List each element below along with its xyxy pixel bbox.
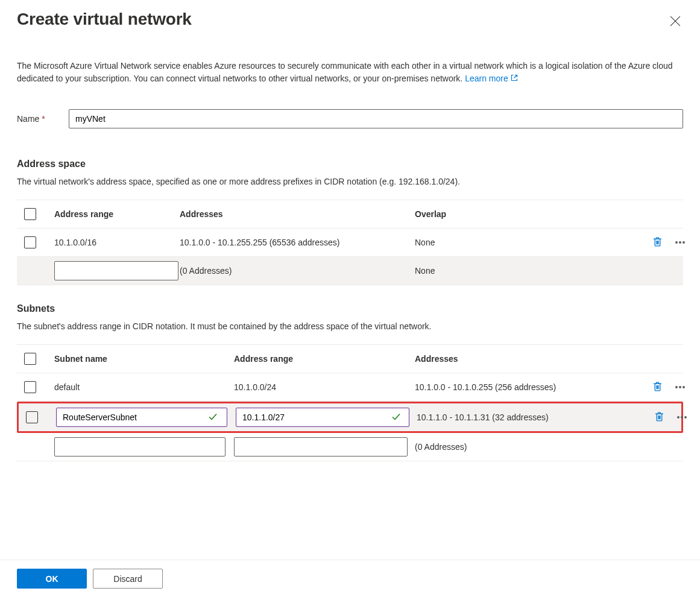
subnet-row: default 10.1.0.0/24 10.1.0.0 - 10.1.0.25… (17, 373, 683, 402)
col-addresses: Addresses (415, 354, 644, 364)
name-field-row: Name* (17, 109, 683, 128)
subnet-name-input[interactable] (56, 408, 227, 427)
learn-more-link[interactable]: Learn more (465, 72, 518, 85)
addresses-value: 10.1.0.0 - 10.1.255.255 (65536 addresses… (180, 238, 415, 247)
subnets-table: Subnet name Address range Addresses defa… (17, 344, 683, 461)
subnet-row-highlighted: 10.1.1.0 - 10.1.1.31 (32 addresses) (17, 402, 683, 433)
col-overlap: Overlap (415, 209, 644, 219)
description-text: The Microsoft Azure Virtual Network serv… (17, 61, 673, 83)
col-address-range: Address range (234, 354, 415, 364)
subnet-addresses-value: 10.1.0.0 - 10.1.0.255 (256 addresses) (415, 382, 644, 392)
row-checkbox[interactable] (26, 411, 38, 423)
external-link-icon (511, 72, 518, 85)
more-button[interactable] (671, 386, 689, 388)
select-all-checkbox[interactable] (24, 208, 36, 220)
address-table-header: Address range Addresses Overlap (17, 200, 683, 229)
overlap-value: None (415, 266, 644, 276)
more-icon (675, 386, 685, 388)
discard-button[interactable]: Discard (93, 569, 163, 589)
checkmark-icon (208, 412, 218, 423)
address-range-input[interactable] (54, 261, 178, 280)
subnet-addresses-value: (0 Addresses) (415, 442, 644, 452)
col-address-range: Address range (54, 209, 113, 219)
checkmark-icon (391, 412, 401, 423)
more-button[interactable] (673, 416, 691, 419)
address-space-description: The virtual network's address space, spe… (17, 177, 683, 186)
row-checkbox[interactable] (24, 381, 36, 393)
close-button[interactable] (667, 13, 683, 31)
subnet-range-input[interactable] (234, 437, 408, 456)
address-space-heading: Address space (17, 159, 683, 169)
subnets-table-header: Subnet name Address range Addresses (17, 345, 683, 373)
row-checkbox[interactable] (24, 236, 36, 248)
overlap-value: None (415, 238, 644, 247)
subnets-heading: Subnets (17, 303, 683, 314)
footer-bar: OK Discard (0, 560, 700, 597)
trash-icon (652, 381, 663, 393)
delete-button[interactable] (646, 411, 673, 423)
delete-button[interactable] (644, 236, 671, 248)
page-title: Create virtual network (17, 10, 192, 29)
subnet-range-value: 10.1.0.0/24 (234, 382, 415, 392)
more-icon (675, 241, 685, 244)
select-all-checkbox[interactable] (24, 353, 36, 365)
more-icon (677, 416, 687, 419)
address-row-new: (0 Addresses) None (17, 257, 683, 285)
panel-header: Create virtual network (17, 10, 683, 31)
learn-more-text: Learn more (465, 72, 508, 85)
col-subnet-name: Subnet name (54, 354, 107, 364)
ok-button[interactable]: OK (17, 569, 87, 589)
trash-icon (652, 236, 663, 248)
panel-description: The Microsoft Azure Virtual Network serv… (17, 60, 680, 85)
required-indicator: * (42, 114, 45, 124)
address-row: 10.1.0.0/16 10.1.0.0 - 10.1.255.255 (655… (17, 229, 683, 257)
subnets-description: The subnet's address range in CIDR notat… (17, 321, 683, 331)
close-icon (670, 19, 681, 28)
address-space-table: Address range Addresses Overlap 10.1.0.0… (17, 200, 683, 285)
trash-icon (654, 411, 664, 423)
subnet-name-value: default (54, 382, 80, 392)
create-vnet-panel: Create virtual network The Microsoft Azu… (0, 0, 700, 461)
addresses-value: (0 Addresses) (180, 266, 415, 276)
subnet-range-input[interactable] (236, 408, 409, 427)
col-addresses: Addresses (180, 209, 415, 219)
delete-button[interactable] (644, 381, 671, 393)
subnet-row-new: (0 Addresses) (17, 433, 683, 461)
subnet-addresses-value: 10.1.1.0 - 10.1.1.31 (32 addresses) (417, 412, 646, 422)
name-label: Name* (17, 114, 69, 124)
subnet-name-input[interactable] (54, 437, 225, 456)
address-range-value: 10.1.0.0/16 (54, 238, 96, 247)
name-input[interactable] (69, 109, 683, 128)
more-button[interactable] (671, 241, 689, 244)
